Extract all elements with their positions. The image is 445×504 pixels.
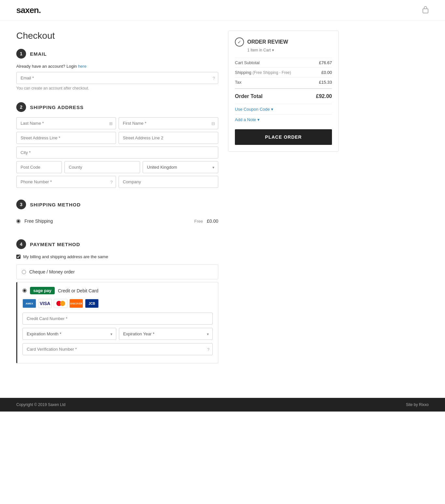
first-name-icon: ⊟ bbox=[211, 121, 215, 126]
billing-same-label: My billing and shipping address are the … bbox=[23, 254, 108, 259]
company-wrapper bbox=[119, 176, 218, 188]
sagepay-radio[interactable] bbox=[22, 288, 27, 293]
tax-value: £15.33 bbox=[319, 80, 332, 85]
order-review-box: ✓ ORDER REVIEW 1 Item in Cart ▾ Cart Sub… bbox=[228, 31, 339, 152]
note-link[interactable]: Add a Note ▾ bbox=[235, 114, 332, 125]
mastercard-icon bbox=[54, 299, 67, 308]
county-wrapper bbox=[65, 161, 140, 173]
country-wrapper: United Kingdom United States Germany Fra… bbox=[143, 161, 218, 173]
free-shipping-radio[interactable] bbox=[16, 219, 21, 223]
shipping-address-section: 2 SHIPPING ADDRESS ⊞ ⊟ bbox=[16, 102, 218, 188]
city-wrapper bbox=[16, 147, 218, 159]
items-toggle[interactable]: 1 Item in Cart ▾ bbox=[247, 48, 332, 52]
note-chevron: ▾ bbox=[257, 117, 260, 122]
sagepay-option: sage pay Credit or Debit Card AMEX VISA … bbox=[16, 282, 218, 363]
tax-line: Tax £15.33 bbox=[235, 77, 332, 87]
cart-subtotal-line: Cart Subtotal £76.67 bbox=[235, 58, 332, 67]
coupon-label: Use Coupon Code bbox=[235, 107, 270, 112]
first-name-wrapper: ⊟ bbox=[119, 117, 218, 129]
expiry-month-select[interactable]: Expiration Month * 010203 040506 070809 … bbox=[22, 328, 116, 340]
step-3-circle: 3 bbox=[16, 200, 26, 209]
coupon-link[interactable]: Use Coupon Code ▾ bbox=[235, 104, 332, 114]
cart-subtotal-value: £76.67 bbox=[319, 60, 332, 65]
free-shipping-desc: Free bbox=[194, 219, 203, 224]
street2-wrapper bbox=[119, 132, 218, 144]
last-name-wrapper: ⊞ bbox=[16, 117, 116, 129]
coupon-chevron: ▾ bbox=[271, 107, 273, 112]
email-field-wrapper: ? bbox=[16, 72, 218, 84]
login-link[interactable]: here bbox=[78, 64, 86, 69]
step-1-circle: 1 bbox=[16, 49, 26, 59]
phone-input[interactable] bbox=[16, 176, 116, 188]
sagepay-label: Credit or Debit Card bbox=[58, 288, 99, 293]
lock-icon bbox=[422, 6, 429, 15]
amex-icon: AMEX bbox=[22, 299, 36, 308]
phone-wrapper: ? bbox=[16, 176, 116, 188]
last-name-input[interactable] bbox=[16, 117, 116, 129]
cheque-radio[interactable] bbox=[22, 270, 26, 274]
note-label: Add a Note bbox=[235, 117, 256, 122]
shipping-method-section: 3 SHIPPING METHOD Free Shipping Free £0.… bbox=[16, 200, 218, 228]
logo: saxen. bbox=[16, 5, 41, 15]
email-help-icon: ? bbox=[213, 76, 215, 80]
order-total-value: £92.00 bbox=[316, 93, 332, 99]
sagepay-badge: sage pay bbox=[30, 287, 55, 294]
step-4-circle: 4 bbox=[16, 239, 26, 249]
free-shipping-option: Free Shipping Free £0.00 bbox=[16, 215, 218, 228]
street2-input[interactable] bbox=[119, 132, 218, 144]
cvn-help-icon: ? bbox=[207, 347, 209, 352]
card-icons-row: AMEX VISA DISCOVER JCB bbox=[22, 299, 213, 308]
shipping-tag: (Free Shipping - Free) bbox=[252, 70, 291, 75]
billing-same-row: My billing and shipping address are the … bbox=[16, 254, 218, 259]
shipping-address-title: SHIPPING ADDRESS bbox=[30, 105, 84, 110]
shipping-line: Shipping (Free Shipping - Free) £0.00 bbox=[235, 67, 332, 77]
discover-icon: DISCOVER bbox=[69, 299, 83, 308]
billing-same-checkbox[interactable] bbox=[16, 255, 21, 259]
order-total-label: Order Total bbox=[235, 93, 263, 99]
items-count: 1 Item in Cart bbox=[247, 48, 271, 52]
page-title: Checkout bbox=[16, 31, 218, 41]
first-name-input[interactable] bbox=[119, 117, 218, 129]
shipping-value: £0.00 bbox=[321, 70, 332, 75]
jcb-icon: JCB bbox=[85, 299, 99, 308]
email-section: 1 EMAIL Already have an account? Login h… bbox=[16, 49, 218, 91]
postcode-wrapper bbox=[16, 161, 62, 173]
free-shipping-label: Free Shipping bbox=[24, 218, 190, 224]
expiry-year-select[interactable]: Expiration Year * 202420252026 202720282… bbox=[119, 328, 213, 340]
shipping-method-title: SHIPPING METHOD bbox=[30, 202, 81, 207]
email-hint: You can create an account after checkout… bbox=[16, 86, 218, 91]
street1-wrapper bbox=[16, 132, 116, 144]
visa-icon: VISA bbox=[38, 299, 52, 308]
county-input[interactable] bbox=[65, 161, 140, 173]
credit-card-field bbox=[22, 313, 213, 325]
svg-rect-0 bbox=[423, 9, 428, 13]
place-order-button[interactable]: PLACE ORDER bbox=[235, 129, 332, 145]
expiry-row: Expiration Month * 010203 040506 070809 … bbox=[22, 328, 213, 340]
cvn-input[interactable] bbox=[22, 343, 213, 355]
login-text: Already have an account? Login here bbox=[16, 64, 218, 69]
street1-input[interactable] bbox=[16, 132, 116, 144]
city-input[interactable] bbox=[16, 147, 218, 159]
order-total-line: Order Total £92.00 bbox=[235, 88, 332, 104]
postcode-input[interactable] bbox=[16, 161, 62, 173]
expiry-year-wrapper: Expiration Year * 202420252026 202720282… bbox=[119, 328, 213, 340]
free-shipping-price: £0.00 bbox=[207, 218, 218, 224]
cheque-option: Cheque / Money order bbox=[16, 264, 218, 279]
step-2-circle: 2 bbox=[16, 102, 26, 112]
toggle-chevron: ▾ bbox=[272, 48, 274, 52]
shipping-label: Shipping (Free Shipping - Free) bbox=[235, 70, 291, 75]
cart-subtotal-label: Cart Subtotal bbox=[235, 60, 260, 65]
footer: Copyright © 2019 Saxen Ltd Site by Rixxo bbox=[0, 398, 445, 412]
cvn-field: ? bbox=[22, 343, 213, 355]
cheque-label: Cheque / Money order bbox=[29, 269, 75, 274]
credit-card-input[interactable] bbox=[22, 313, 213, 325]
payment-method-title: PAYMENT METHOD bbox=[30, 242, 80, 247]
last-name-icon: ⊞ bbox=[109, 121, 113, 126]
country-select[interactable]: United Kingdom United States Germany Fra… bbox=[143, 161, 218, 173]
company-input[interactable] bbox=[119, 176, 218, 188]
email-section-title: EMAIL bbox=[30, 51, 47, 57]
copyright: Copyright © 2019 Saxen Ltd bbox=[16, 402, 65, 407]
check-circle-icon: ✓ bbox=[235, 37, 244, 47]
payment-method-section: 4 PAYMENT METHOD My billing and shipping… bbox=[16, 239, 218, 363]
email-input[interactable] bbox=[16, 72, 218, 84]
